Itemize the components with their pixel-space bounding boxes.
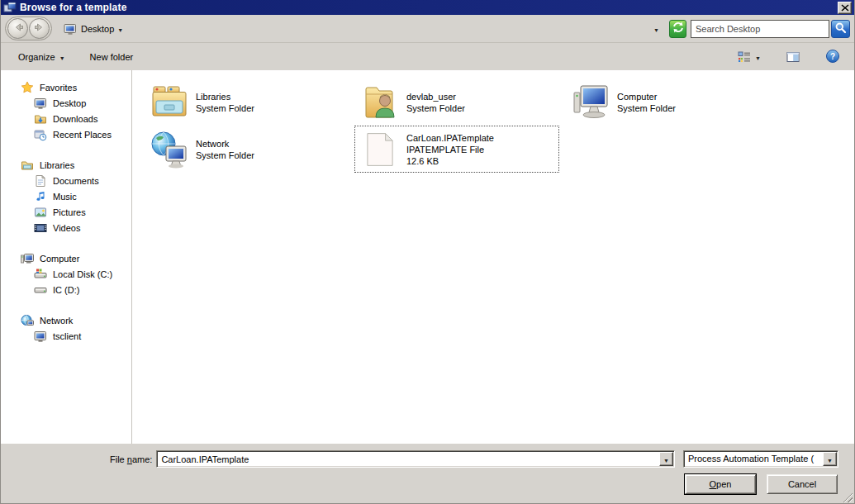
main-area: Favorites Desktop Downloads Recent Place… — [1, 70, 854, 444]
sidebar-item-recent-places[interactable]: Recent Places — [11, 126, 131, 142]
file-type: System Folder — [196, 150, 254, 161]
file-name: Computer — [617, 91, 676, 102]
sidebar-item-documents[interactable]: Documents — [11, 173, 131, 188]
refresh-button[interactable] — [669, 20, 686, 38]
file-name-dropdown-button[interactable] — [659, 452, 673, 466]
views-icon — [738, 50, 751, 64]
file-name: Network — [196, 138, 254, 150]
forward-button[interactable] — [29, 18, 50, 39]
close-button[interactable] — [838, 2, 852, 14]
libraries-folder-icon — [21, 159, 34, 172]
music-note-icon — [34, 190, 47, 203]
titlebar: Browse for a template — [1, 0, 854, 15]
sidebar-item-pictures[interactable]: Pictures — [11, 204, 131, 220]
blank-file-icon — [360, 130, 400, 169]
app-icon — [3, 1, 17, 14]
back-icon — [11, 20, 26, 37]
search-input[interactable] — [691, 20, 829, 38]
file-name-label: File name: — [110, 454, 152, 464]
file-tile-libraries[interactable]: Libraries System Folder — [144, 78, 349, 126]
search-icon — [834, 21, 847, 36]
document-icon — [34, 174, 47, 188]
monitor-icon — [34, 97, 47, 110]
file-name-input[interactable] — [159, 453, 658, 465]
file-tile-computer[interactable]: Computer System Folder — [565, 78, 770, 126]
browse-for-template-dialog: Browse for a template Desktop — [0, 0, 855, 504]
desktop-icon — [64, 22, 77, 36]
preview-pane-button[interactable] — [784, 48, 802, 66]
new-folder-button[interactable]: New folder — [84, 48, 140, 66]
help-button[interactable]: ? — [823, 46, 843, 68]
system-drive-icon — [34, 268, 47, 281]
dialog-footer: File name: Process Automation Template (… — [1, 444, 854, 504]
navigation-bar: Desktop — [1, 15, 854, 43]
file-name-combobox — [156, 450, 675, 468]
change-view-button[interactable] — [735, 48, 763, 66]
sidebar-item-ic-d[interactable]: IC (D:) — [11, 282, 131, 297]
breadcrumb[interactable]: Desktop — [81, 24, 114, 34]
organize-button[interactable]: Organize — [12, 48, 71, 66]
help-icon: ? — [825, 49, 840, 65]
dropdown-icon — [827, 453, 833, 465]
sidebar-item-downloads[interactable]: Downloads — [11, 111, 131, 126]
file-tile-devlab-user[interactable]: devlab_user System Folder — [354, 78, 559, 126]
dropdown-icon — [663, 453, 669, 465]
sidebar-group-libraries[interactable]: Libraries — [11, 157, 131, 173]
organize-dropdown-icon — [59, 52, 65, 62]
file-type-combobox[interactable]: Process Automation Template ( — [683, 450, 838, 468]
refresh-icon — [672, 21, 684, 36]
file-name: CarLoan.IPATemplate — [406, 132, 494, 144]
file-size: 12.6 KB — [406, 155, 494, 167]
close-icon — [841, 2, 849, 14]
search-button[interactable] — [831, 20, 850, 38]
cancel-button[interactable]: Cancel — [767, 474, 838, 494]
file-list: Libraries System Folder devlab_user Syst… — [132, 70, 854, 444]
forward-icon — [32, 20, 47, 37]
user-folder-icon — [360, 83, 400, 122]
file-name: devlab_user — [406, 91, 465, 102]
file-type: System Folder — [617, 102, 676, 114]
breadcrumb-dropdown-icon[interactable] — [117, 24, 123, 34]
sidebar-item-music[interactable]: Music — [11, 188, 131, 204]
globe-monitor-icon — [150, 130, 189, 169]
computer-icon — [21, 252, 34, 265]
sidebar-group-computer[interactable]: Computer — [11, 250, 131, 266]
address-bar[interactable]: Desktop — [60, 18, 666, 40]
file-tile-network[interactable]: Network System Folder — [144, 126, 349, 173]
sidebar-item-desktop[interactable]: Desktop — [11, 95, 131, 111]
sidebar-item-videos[interactable]: Videos — [11, 220, 131, 235]
star-icon — [21, 81, 34, 94]
views-dropdown-icon — [755, 52, 761, 62]
resize-grip[interactable] — [842, 492, 853, 502]
computer-monitor-icon — [571, 83, 610, 122]
preview-pane-icon — [786, 50, 800, 64]
file-type: System Folder — [406, 102, 465, 114]
back-button[interactable] — [7, 18, 28, 39]
recent-places-icon — [34, 128, 47, 141]
file-type-dropdown-button[interactable] — [823, 452, 837, 466]
film-icon — [34, 221, 47, 235]
nav-buttons — [5, 17, 52, 40]
picture-icon — [34, 206, 47, 219]
file-type: IPATEMPLATE File — [406, 144, 494, 155]
file-type-value: Process Automation Template ( — [688, 454, 821, 467]
downloads-folder-icon — [34, 112, 47, 126]
libraries-big-folder-icon — [150, 83, 189, 122]
command-toolbar: Organize New folder ? — [1, 43, 854, 70]
file-name: Libraries — [196, 91, 254, 102]
dialog-title: Browse for a template — [20, 2, 838, 13]
svg-text:?: ? — [830, 51, 835, 60]
open-button[interactable]: Open — [685, 474, 756, 494]
file-tile-carloan-selected[interactable]: CarLoan.IPATemplate IPATEMPLATE File 12.… — [354, 126, 559, 173]
network-globe-icon — [21, 314, 34, 327]
search-box — [691, 20, 850, 38]
sidebar-item-tsclient[interactable]: tsclient — [11, 328, 131, 344]
file-type: System Folder — [196, 102, 254, 114]
sidebar-group-favorites[interactable]: Favorites — [11, 79, 131, 95]
drive-icon — [34, 283, 47, 297]
navigation-pane: Favorites Desktop Downloads Recent Place… — [1, 70, 131, 444]
sidebar-group-network[interactable]: Network — [11, 312, 131, 328]
sidebar-item-local-disk-c[interactable]: Local Disk (C:) — [11, 266, 131, 282]
address-history-dropdown-icon[interactable] — [653, 24, 663, 34]
monitor-icon — [34, 330, 47, 343]
